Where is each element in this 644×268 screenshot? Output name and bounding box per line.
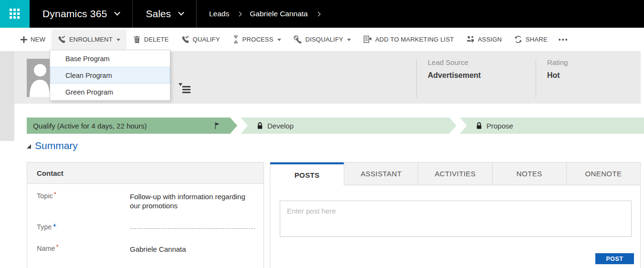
summary-title: Summary <box>35 140 78 151</box>
avatar[interactable] <box>27 59 50 97</box>
process-icon <box>232 35 239 43</box>
type-empty-value[interactable] <box>130 223 255 229</box>
field-row-name: Name* Gabriele Cannata <box>37 245 255 254</box>
phone-slash-icon <box>294 35 302 43</box>
tab-assistant[interactable]: ASSISTANT <box>344 162 418 185</box>
tab-notes[interactable]: NOTES <box>492 162 566 185</box>
form-selector-toggle[interactable] <box>179 83 191 94</box>
name-label: Name* <box>37 245 130 254</box>
collapse-triangle-icon <box>27 144 31 149</box>
required-marker: * <box>56 243 59 250</box>
stage-propose[interactable]: Propose <box>460 118 644 134</box>
rating-value[interactable]: Hot <box>547 71 568 80</box>
social-tabs: POSTS ASSISTANT ACTIVITIES NOTES ONENOTE <box>270 162 640 185</box>
menu-item-clean-program[interactable]: Clean Program <box>50 67 170 84</box>
header-field-lead-source: Lead Source Advertisement <box>428 58 481 80</box>
breadcrumb-record-name[interactable]: Gabriele Cannata <box>250 10 308 18</box>
left-gutter <box>0 51 14 141</box>
form-selector-caret-icon <box>179 83 182 86</box>
person-silhouette-icon <box>27 59 50 97</box>
waffle-icon <box>10 9 20 19</box>
app-title-chevron-down-icon[interactable] <box>115 9 121 15</box>
stage-develop-label: Develop <box>267 122 294 130</box>
name-value[interactable]: Gabriele Cannata <box>130 245 186 254</box>
disqualify-button[interactable]: DISQUALIFY <box>287 30 357 49</box>
contact-fields: Topic* Follow-up with information regard… <box>27 184 264 254</box>
type-label: Type+ <box>37 223 130 231</box>
process-button-label: PROCESS <box>243 36 274 43</box>
name-label-text: Name <box>37 245 55 252</box>
add-to-marketing-list-label: ADD TO MARKETING LIST <box>375 36 454 43</box>
recommended-marker: + <box>53 222 56 229</box>
process-button[interactable]: PROCESS <box>226 30 287 49</box>
header-divider <box>416 59 417 98</box>
flag-icon <box>215 122 220 129</box>
dropdown-caret-icon <box>277 39 281 41</box>
enrollment-button[interactable]: ENROLLMENT <box>52 30 127 49</box>
enrollment-dropdown-menu: Base Program Clean Program Green Program <box>50 50 170 101</box>
topic-label: Topic* <box>37 192 130 210</box>
nav-divider <box>196 0 197 28</box>
share-button-label: SHARE <box>526 36 548 43</box>
more-commands-button[interactable]: ••• <box>554 36 573 43</box>
contact-card-title: Contact <box>27 162 264 184</box>
area-chevron-down-icon[interactable] <box>178 9 184 15</box>
menu-item-green-program[interactable]: Green Program <box>50 84 170 100</box>
phone-check-icon <box>58 35 66 43</box>
area-title[interactable]: Sales <box>146 8 171 20</box>
top-navigation-bar: Dynamics 365 Sales Leads Gabriele Cannat… <box>0 0 644 28</box>
field-row-type: Type+ <box>37 223 255 231</box>
trash-icon <box>133 35 141 43</box>
qualify-button-label: QUALIFY <box>193 36 220 43</box>
lead-source-label: Lead Source <box>428 58 481 66</box>
disqualify-button-label: DISQUALIFY <box>306 36 343 43</box>
breadcrumb-chevron-icon[interactable] <box>316 11 320 16</box>
share-button[interactable]: SHARE <box>508 30 554 49</box>
add-to-marketing-list-button[interactable]: ADD TO MARKETING LIST <box>357 30 460 49</box>
stage-qualify[interactable]: Qualify (Active for 4 days, 22 hours) <box>27 118 237 134</box>
qualify-button[interactable]: QUALIFY <box>175 30 226 49</box>
form-selector-bars-icon <box>182 86 190 87</box>
assign-people-icon <box>466 35 475 43</box>
delete-button[interactable]: DELETE <box>127 30 175 49</box>
post-button[interactable]: POST <box>595 253 634 264</box>
business-process-flow: Qualify (Active for 4 days, 22 hours) De… <box>27 118 644 134</box>
field-row-topic: Topic* Follow-up with information regard… <box>37 192 255 210</box>
header-divider <box>536 59 536 98</box>
breadcrumb: Leads Gabriele Cannata <box>209 10 328 18</box>
lead-source-value[interactable]: Advertisement <box>428 71 481 80</box>
required-marker: * <box>54 191 56 198</box>
header-field-rating: Rating Hot <box>547 58 568 80</box>
menu-item-base-program[interactable]: Base Program <box>50 50 170 67</box>
stage-qualify-label: Qualify (Active for 4 days, 22 hours) <box>33 122 147 130</box>
topic-label-text: Topic <box>37 192 53 200</box>
contact-card: Contact Topic* Follow-up with informatio… <box>27 162 264 268</box>
dropdown-caret-icon <box>116 39 120 41</box>
share-icon <box>514 35 522 43</box>
tab-posts[interactable]: POSTS <box>270 162 344 185</box>
phone-check-icon <box>181 35 190 43</box>
command-bar: NEW ENROLLMENT DELETE QUALIFY <box>0 28 644 51</box>
lock-icon <box>257 122 263 129</box>
rating-label: Rating <box>547 58 568 66</box>
assign-button[interactable]: ASSIGN <box>460 30 508 49</box>
tab-activities[interactable]: ACTIVITIES <box>418 162 492 185</box>
social-pane: POSTS ASSISTANT ACTIVITIES NOTES ONENOTE… <box>270 162 641 268</box>
topic-value[interactable]: Follow-up with information regarding our… <box>130 192 253 210</box>
app-launcher-button[interactable] <box>0 0 30 28</box>
nav-divider <box>132 0 133 28</box>
new-button-label: NEW <box>31 36 45 43</box>
tab-onenote[interactable]: ONENOTE <box>566 162 640 185</box>
assign-button-label: ASSIGN <box>478 36 502 43</box>
stage-propose-label: Propose <box>486 122 513 130</box>
breadcrumb-chevron-icon <box>237 11 242 16</box>
marketing-list-icon <box>363 35 372 43</box>
app-title[interactable]: Dynamics 365 <box>42 8 107 20</box>
summary-section-header[interactable]: Summary <box>27 140 78 151</box>
dropdown-caret-icon <box>347 39 351 41</box>
post-input[interactable] <box>280 201 632 237</box>
new-button[interactable]: NEW <box>14 30 52 49</box>
stage-develop[interactable]: Develop <box>241 118 456 134</box>
breadcrumb-leads[interactable]: Leads <box>209 10 229 18</box>
enrollment-button-label: ENROLLMENT <box>69 36 113 43</box>
